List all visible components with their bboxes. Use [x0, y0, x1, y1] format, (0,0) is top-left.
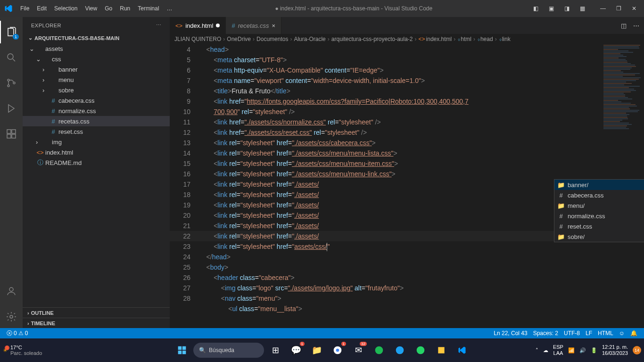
accounts-icon[interactable] [0, 280, 23, 303]
menu-bar: File Edit Selection View Go Run Terminal… [17, 0, 176, 17]
onedrive-icon[interactable]: ☁ [543, 347, 548, 354]
menu-terminal[interactable]: Terminal [134, 0, 163, 17]
menu-selection[interactable]: Selection [50, 0, 81, 17]
editor: <> index.html # recetas.css × ◫ ⋯ JLIAN … [170, 17, 644, 328]
svg-point-16 [375, 346, 383, 354]
project-root[interactable]: ⌄ ARQUITECTURA-CSS-BASE-MAIN [23, 33, 170, 42]
task-view-icon[interactable]: ⊞ [266, 341, 285, 360]
status-feedback-icon[interactable]: ☺ [616, 330, 627, 337]
suggest-reset-css[interactable]: #reset.css [554, 221, 644, 231]
close-tab-icon[interactable]: × [272, 22, 275, 29]
taskbar-clock[interactable]: 12:21 p. m. 16/03/2023 [602, 344, 628, 356]
svg-rect-19 [438, 347, 444, 353]
status-lang[interactable]: HTML [595, 330, 616, 337]
maximize-icon[interactable]: ❐ [614, 5, 623, 12]
suggest-widget[interactable]: 📁banner/#cabecera.css📁menu/#normalize.cs… [554, 179, 644, 242]
status-position[interactable]: Ln 22, Col 43 [491, 330, 530, 337]
tree-item-cabecera-css[interactable]: #cabecera.css [23, 95, 170, 106]
source-control-icon[interactable] [0, 72, 23, 94]
status-encoding[interactable]: UTF-8 [561, 330, 583, 337]
layout-controls: ◧ ▣ ◨ ▦ — ❐ ✕ [531, 5, 644, 12]
toggle-panel-left-icon[interactable]: ◧ [531, 5, 540, 12]
mail-icon[interactable]: ✉32 [349, 341, 368, 360]
tree-item-index-html[interactable]: <>index.html [23, 147, 170, 157]
customize-layout-icon[interactable]: ▦ [578, 5, 587, 12]
taskbar-weather[interactable]: ☀1 17°C Parc. soleado [3, 345, 42, 356]
breadcrumb[interactable]: JLIAN QUINTERO› OneDrive› Documentos› Al… [170, 34, 644, 44]
suggest-menu-[interactable]: 📁menu/ [554, 200, 644, 211]
tree-item-assets[interactable]: ⌄assets [23, 43, 170, 54]
menu-run[interactable]: Run [116, 0, 134, 17]
svg-rect-6 [7, 134, 11, 138]
language-indicator[interactable]: ESP [553, 344, 563, 350]
toggle-panel-right-icon[interactable]: ◨ [562, 5, 571, 12]
notification-icon[interactable]: 14 [633, 346, 641, 354]
suggest-sobre-[interactable]: 📁sobre/ [554, 231, 644, 242]
status-errors[interactable]: ⓧ0⚠0 [4, 329, 31, 337]
titlebar: File Edit Selection View Go Run Terminal… [0, 0, 644, 17]
tab-index-html[interactable]: <> index.html [170, 17, 226, 34]
status-bell-icon[interactable]: 🔔 [627, 330, 640, 337]
outline-section[interactable]: ›OUTLINE [23, 307, 170, 318]
tree-item-normalize-css[interactable]: #normalize.css [23, 106, 170, 116]
tab-recetas-css[interactable]: # recetas.css × [226, 17, 281, 34]
tree-item-README-md[interactable]: ⓘREADME.md [23, 157, 170, 168]
file-explorer-icon[interactable]: 📁 [307, 341, 326, 360]
tree-item-reset-css[interactable]: #reset.css [23, 126, 170, 137]
run-debug-icon[interactable] [0, 97, 23, 120]
vscode-taskbar-icon[interactable] [453, 341, 471, 360]
error-icon: ⓧ [7, 329, 12, 337]
chevron-down-icon: ⌄ [28, 35, 33, 41]
spotify-icon[interactable] [370, 341, 388, 360]
status-indent[interactable]: Spaces: 2 [530, 330, 561, 337]
start-button[interactable] [173, 341, 191, 360]
twitter-icon[interactable] [390, 341, 409, 360]
minimize-icon[interactable]: — [598, 5, 608, 12]
toggle-panel-bottom-icon[interactable]: ▣ [547, 5, 556, 12]
notes-icon[interactable] [432, 341, 451, 360]
suggest-cabecera-css[interactable]: #cabecera.css [554, 190, 644, 200]
tree-item-recetas-css[interactable]: #recetas.css [23, 116, 170, 126]
editor-more-icon[interactable]: ⋯ [633, 22, 639, 29]
wifi-icon[interactable]: 📶 [568, 347, 575, 354]
tree-item-banner[interactable]: ›banner [23, 64, 170, 74]
chrome-icon[interactable]: 1 [328, 341, 347, 360]
extensions-icon[interactable] [0, 123, 23, 145]
whatsapp-icon[interactable] [411, 341, 430, 360]
status-eol[interactable]: LF [583, 330, 595, 337]
tree-item-sobre[interactable]: ›sobre [23, 85, 170, 95]
weather-icon: ☀1 [3, 347, 8, 354]
html-file-icon: <> [419, 36, 425, 42]
chat-icon[interactable]: 💬1 [287, 341, 305, 360]
search-view-icon[interactable] [0, 46, 23, 69]
modified-dot-icon [216, 24, 220, 27]
timeline-section[interactable]: ›TIMELINE [23, 318, 170, 328]
suggest-normalize-css[interactable]: #normalize.css [554, 211, 644, 221]
activity-bar: 1 [0, 17, 23, 328]
warning-icon: ⚠ [18, 330, 24, 337]
explorer-icon[interactable]: 1 [0, 21, 23, 43]
menu-edit[interactable]: Edit [33, 0, 50, 17]
svg-point-2 [8, 85, 9, 87]
tree-item-img[interactable]: ›img [23, 137, 170, 147]
menu-go[interactable]: Go [101, 0, 116, 17]
element-icon: ⬨ [477, 36, 480, 42]
volume-icon[interactable]: 🔊 [579, 347, 586, 354]
css-file-icon: # [231, 22, 235, 29]
sidebar-more-icon[interactable]: ⋯ [156, 22, 162, 28]
menu-file[interactable]: File [17, 0, 33, 17]
settings-gear-icon[interactable] [0, 305, 23, 328]
close-icon[interactable]: ✕ [630, 5, 638, 12]
svg-rect-7 [12, 134, 16, 138]
suggest-banner-[interactable]: 📁banner/ [554, 180, 644, 190]
menu-more[interactable]: … [163, 0, 176, 17]
tray-chevron-icon[interactable]: ˄ [536, 347, 538, 354]
battery-icon[interactable]: 🔋 [591, 347, 597, 354]
code-editor[interactable]: 4567891011121314151617181920212223242526… [170, 44, 644, 328]
menu-view[interactable]: View [81, 0, 101, 17]
tree-item-css[interactable]: ⌄css [23, 54, 170, 64]
tree-item-menu[interactable]: ›menu [23, 74, 170, 85]
taskbar-search[interactable]: 🔍Búsqueda [193, 343, 264, 358]
svg-point-18 [417, 346, 425, 354]
split-editor-icon[interactable]: ◫ [621, 22, 627, 29]
